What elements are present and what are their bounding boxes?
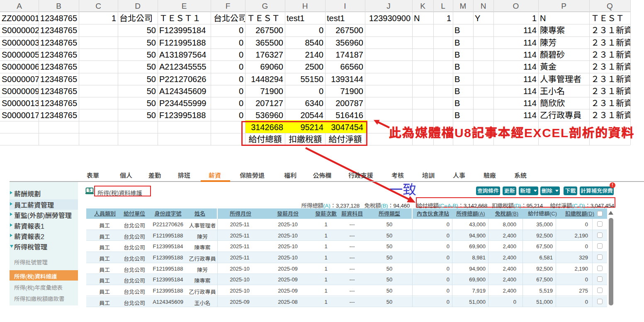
svg-text:$: $ (88, 188, 91, 192)
